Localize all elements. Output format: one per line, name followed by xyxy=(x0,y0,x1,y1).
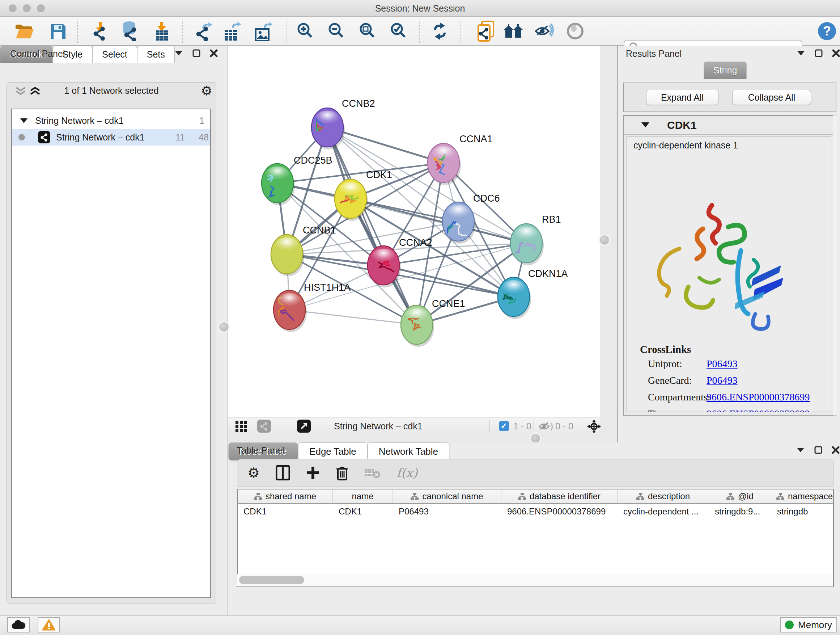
left-splitter-handle[interactable] xyxy=(219,322,229,332)
column-header-name[interactable]: name xyxy=(333,489,393,503)
node-CDKN1A[interactable]: CDKN1A xyxy=(498,268,568,319)
crosslink-link[interactable]: 9606.ENSP00000378699 xyxy=(706,391,810,403)
results-panel-close-icon[interactable] xyxy=(832,49,840,57)
table-panel-float-icon[interactable] xyxy=(796,447,805,453)
hide-unhide-eye-slash-icon[interactable] xyxy=(534,21,554,41)
column-header-shared-name[interactable]: shared name xyxy=(238,489,333,503)
export-image-icon[interactable] xyxy=(253,21,273,41)
results-scrollbar[interactable] xyxy=(833,115,837,416)
import-table-file-icon[interactable] xyxy=(152,21,172,41)
zoom-selected-icon[interactable] xyxy=(389,21,409,41)
detach-view-icon[interactable] xyxy=(297,420,311,432)
collapse-all-button[interactable]: Collapse All xyxy=(732,90,811,105)
cell-canonical-name[interactable]: P06493 xyxy=(393,507,501,516)
help-icon[interactable]: ? xyxy=(817,21,837,41)
table-panel-close-icon[interactable] xyxy=(832,446,840,454)
new-network-from-selection-icon[interactable] xyxy=(476,21,496,41)
table-row[interactable]: CDK1CDK1P064939606.ENSP00000378699cyclin… xyxy=(238,504,833,519)
column-header-namespace[interactable]: namespace xyxy=(771,489,834,503)
cell-namespace[interactable]: stringdb xyxy=(771,507,834,516)
tab-select[interactable]: Select xyxy=(92,46,137,63)
node-label-CCNB2: CCNB2 xyxy=(342,98,375,109)
refresh-icon[interactable] xyxy=(430,21,450,41)
network-options-gear-icon[interactable]: ⚙ xyxy=(201,83,212,98)
export-table-icon[interactable] xyxy=(221,21,242,41)
node-CCNE1[interactable]: CCNE1 xyxy=(401,298,465,347)
tab-network-table[interactable]: Network Table xyxy=(368,442,449,461)
show-columns-icon[interactable] xyxy=(276,465,290,480)
warning-button[interactable] xyxy=(38,617,60,632)
network-collection-row[interactable]: String Network – cdk1 1 xyxy=(12,112,210,129)
results-panel-maximize-icon[interactable] xyxy=(815,49,823,57)
control-panel-close-icon[interactable] xyxy=(210,49,218,57)
zoom-in-icon[interactable] xyxy=(295,21,316,41)
add-column-icon[interactable] xyxy=(306,466,320,480)
export-network-icon[interactable] xyxy=(193,21,213,41)
delete-column-icon[interactable] xyxy=(336,465,349,480)
entry-gene-name: CDK1 xyxy=(667,119,697,131)
tab-sets[interactable]: Sets xyxy=(137,46,175,63)
node-CDC6[interactable]: CDC6 xyxy=(442,193,500,244)
node-CCNA1[interactable]: CCNA1 xyxy=(428,134,493,185)
crosslink-link[interactable]: P06493 xyxy=(706,358,737,370)
results-panel-float-icon[interactable] xyxy=(797,50,805,56)
cell-description[interactable]: cyclin-dependent ... xyxy=(617,507,709,516)
column-type-icon xyxy=(411,493,418,500)
edge-CCNB2-CCNA1[interactable] xyxy=(327,127,444,163)
import-network-database-icon[interactable] xyxy=(119,21,139,41)
memory-label: Memory xyxy=(798,619,832,631)
bottom-splitter-handle[interactable] xyxy=(531,434,540,443)
current-network-bullet xyxy=(19,134,25,141)
cell-name[interactable]: CDK1 xyxy=(333,507,393,516)
node-table[interactable]: shared namenamecanonical namedatabase id… xyxy=(237,489,834,587)
node-RB1[interactable]: RB1 xyxy=(510,214,561,265)
cell-shared-name[interactable]: CDK1 xyxy=(238,507,333,516)
control-panel-title: Control Panel xyxy=(10,49,65,59)
network-view-icon[interactable] xyxy=(257,420,271,432)
hidden-count-eye-icon[interactable] xyxy=(538,421,554,432)
network-canvas[interactable]: CCNB2CCNA1CDC25BCDK1CDC6RB1CCNB1CCNA2CDK… xyxy=(228,46,600,417)
crosslink-link[interactable]: P06493 xyxy=(706,375,737,386)
save-session-icon[interactable] xyxy=(48,21,68,41)
collection-expander-icon[interactable] xyxy=(20,118,28,124)
control-panel-maximize-icon[interactable] xyxy=(193,49,201,57)
zoom-out-icon[interactable] xyxy=(327,21,347,41)
entry-collapse-icon[interactable] xyxy=(641,122,650,128)
memory-button[interactable]: Memory xyxy=(780,617,837,632)
edge-HIST1H1A-CCNE1[interactable] xyxy=(289,310,417,325)
table-panel: Table Panel ⚙ f(x) shared namenamecanoni… xyxy=(228,442,840,616)
grid-view-icon[interactable] xyxy=(235,421,252,432)
network-row-selected[interactable]: String Network – cdk1 11 48 xyxy=(12,129,210,146)
network-list: String Network – cdk1 1 String Network –… xyxy=(11,109,211,598)
column-header-description[interactable]: description xyxy=(617,489,709,503)
open-file-icon[interactable] xyxy=(14,21,34,41)
table-options-gear-icon[interactable]: ⚙ xyxy=(248,465,260,481)
column-header--id[interactable]: @id xyxy=(709,489,771,503)
cell--id[interactable]: stringdb:9... xyxy=(709,507,771,516)
table-header-row: shared namenamecanonical namedatabase id… xyxy=(238,489,833,504)
delete-table-icon[interactable] xyxy=(365,467,381,479)
selected-count-checkbox[interactable]: ✓ xyxy=(499,421,509,431)
node-HIST1H1A[interactable]: HIST1H1A xyxy=(273,282,351,332)
table-hscrollbar-thumb[interactable] xyxy=(239,576,304,584)
network-edge-count: 48 xyxy=(199,132,209,143)
function-builder-icon[interactable]: f(x) xyxy=(396,466,417,480)
cloud-button[interactable] xyxy=(7,617,30,632)
table-panel-maximize-icon[interactable] xyxy=(814,446,822,454)
tab-edge-table[interactable]: Edge Table xyxy=(298,442,368,461)
zoom-fit-icon[interactable] xyxy=(358,21,378,41)
birds-eye-crosshair-icon[interactable] xyxy=(587,420,601,433)
right-splitter-handle[interactable] xyxy=(600,235,609,245)
collection-label: String Network – cdk1 xyxy=(35,116,124,126)
import-network-file-icon[interactable] xyxy=(90,21,111,41)
cell-database-identifier[interactable]: 9606.ENSP00000378699 xyxy=(501,507,617,516)
crosslink-link[interactable]: 9606.ENSP00000378699 xyxy=(706,408,810,412)
expand-all-button[interactable]: Expand All xyxy=(646,90,718,105)
first-neighbors-houses-icon[interactable] xyxy=(503,21,523,41)
column-header-database-identifier[interactable]: database identifier xyxy=(501,489,617,503)
table-hscrollbar[interactable] xyxy=(237,574,832,586)
column-header-canonical-name[interactable]: canonical name xyxy=(393,489,501,503)
tab-string[interactable]: String xyxy=(704,62,747,79)
show-all-sphere-icon[interactable] xyxy=(565,21,585,41)
control-panel-float-icon[interactable] xyxy=(174,50,183,56)
